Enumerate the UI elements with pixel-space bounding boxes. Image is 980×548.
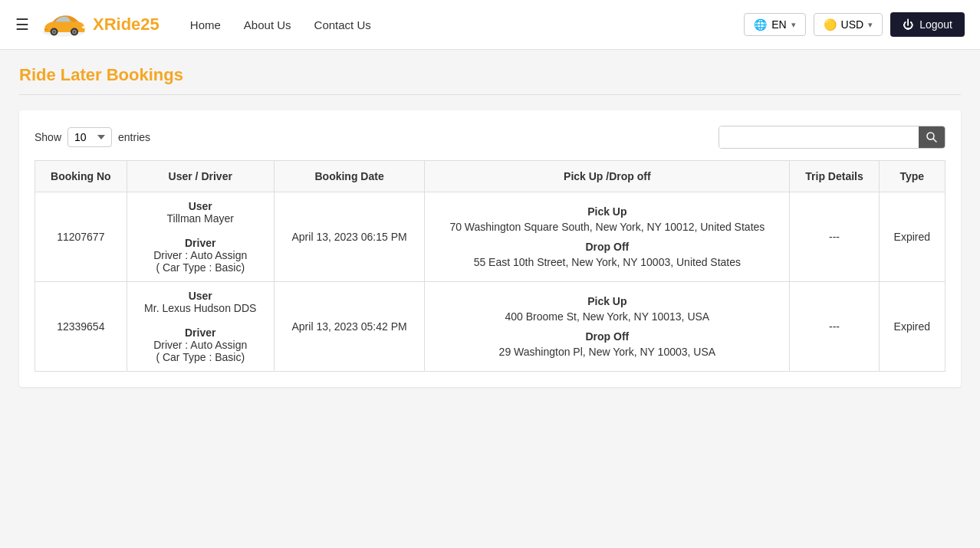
cell-booking-date-0: April 13, 2023 06:15 PM xyxy=(274,192,424,282)
table-row: 12339654 User Mr. Lexus Hudson DDS Drive… xyxy=(35,282,945,372)
cell-pickup-dropoff-1: Pick Up 400 Broome St, New York, NY 1001… xyxy=(425,282,790,372)
svg-point-7 xyxy=(82,26,85,28)
search-input[interactable] xyxy=(719,126,919,148)
cell-pickup-dropoff-0: Pick Up 70 Washington Square South, New … xyxy=(425,192,790,282)
entries-select[interactable]: 10 25 50 100 xyxy=(67,127,112,147)
search-button[interactable] xyxy=(919,126,945,148)
lang-label: EN xyxy=(771,18,786,31)
currency-label: USD xyxy=(841,18,864,31)
col-type: Type xyxy=(879,161,945,192)
cell-trip-details-0: --- xyxy=(790,192,879,282)
globe-icon: 🌐 xyxy=(754,18,767,31)
header: ☰ XRide25 Home Ab xyxy=(0,0,980,50)
search-box xyxy=(719,126,945,149)
logo-car-icon xyxy=(41,10,87,39)
cell-trip-details-1: --- xyxy=(790,282,879,372)
svg-point-6 xyxy=(74,31,76,33)
logout-label: Logout xyxy=(919,18,952,31)
chevron-down-icon-currency: ▾ xyxy=(868,20,873,30)
bookings-table: Booking No User / Driver Booking Date Pi… xyxy=(35,160,945,372)
col-user-driver: User / Driver xyxy=(127,161,274,192)
logout-button[interactable]: ⏻ Logout xyxy=(890,12,965,37)
page-content: Ride Later Bookings Show 10 25 50 100 en… xyxy=(0,50,980,548)
cell-user-driver-1: User Mr. Lexus Hudson DDS Driver Driver … xyxy=(127,282,274,372)
currency-icon: 🟡 xyxy=(824,18,837,31)
table-header-row: Booking No User / Driver Booking Date Pi… xyxy=(35,161,945,192)
cell-type-1: Expired xyxy=(879,282,945,372)
cell-type-0: Expired xyxy=(879,192,945,282)
cell-booking-no-1: 12339654 xyxy=(35,282,127,372)
nav-about[interactable]: About Us xyxy=(244,18,291,31)
entries-label: entries xyxy=(118,131,150,143)
show-entries-control: Show 10 25 50 100 entries xyxy=(35,127,150,147)
nav-home[interactable]: Home xyxy=(190,18,221,31)
logo[interactable]: XRide25 xyxy=(41,10,159,39)
svg-point-3 xyxy=(53,31,55,33)
table-row: 11207677 User Tillman Mayer Driver Drive… xyxy=(35,192,945,282)
currency-selector[interactable]: 🟡 USD ▾ xyxy=(814,13,883,36)
page-title: Ride Later Bookings xyxy=(19,65,961,85)
header-actions: 🌐 EN ▾ 🟡 USD ▾ ⏻ Logout xyxy=(744,12,965,37)
table-controls: Show 10 25 50 100 entries xyxy=(35,126,945,149)
nav-contact[interactable]: Contact Us xyxy=(314,18,371,31)
cell-user-driver-0: User Tillman Mayer Driver Driver : Auto … xyxy=(127,192,274,282)
logo-text: XRide25 xyxy=(93,15,159,34)
col-booking-no: Booking No xyxy=(35,161,127,192)
divider xyxy=(19,94,961,95)
table-container: Show 10 25 50 100 entries xyxy=(19,110,961,387)
main-nav: Home About Us Contact Us xyxy=(190,18,744,31)
show-label: Show xyxy=(35,131,61,143)
language-selector[interactable]: 🌐 EN ▾ xyxy=(744,13,805,36)
cell-booking-no-0: 11207677 xyxy=(35,192,127,282)
chevron-down-icon: ▾ xyxy=(791,20,796,30)
col-pickup-dropoff: Pick Up /Drop off xyxy=(425,161,790,192)
cell-booking-date-1: April 13, 2023 05:42 PM xyxy=(274,282,424,372)
col-trip-details: Trip Details xyxy=(790,161,879,192)
svg-line-10 xyxy=(933,139,936,142)
power-icon: ⏻ xyxy=(903,18,913,31)
menu-icon[interactable]: ☰ xyxy=(15,15,29,34)
search-icon xyxy=(926,132,937,143)
col-booking-date: Booking Date xyxy=(274,161,424,192)
